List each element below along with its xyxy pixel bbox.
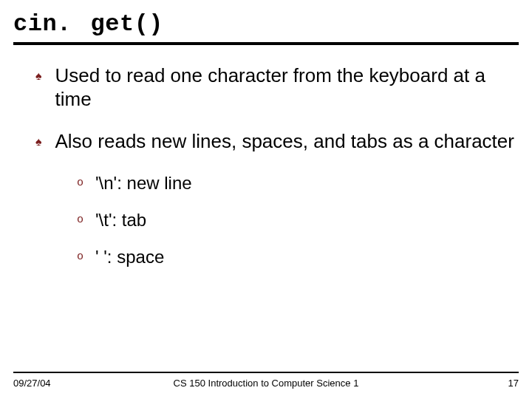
slide-title: cin. get() [13, 10, 519, 38]
spade-icon: ♠ [35, 130, 42, 154]
spade-icon: ♠ [35, 64, 42, 88]
footer: 09/27/04 CS 150 Introduction to Computer… [13, 372, 519, 389]
sub-bullet-item: o '\n': new line [77, 173, 516, 194]
sub-marker-icon: o [77, 210, 83, 231]
sub-bullet-item: o ' ': space [77, 247, 516, 267]
footer-divider [13, 372, 519, 373]
title-divider [13, 42, 519, 45]
sub-bullet-list: o '\n': new line o '\t': tab o ' ': spac… [35, 173, 516, 267]
sub-bullet-item: o '\t': tab [77, 210, 516, 231]
sub-bullet-text: ' ': space [95, 247, 164, 267]
footer-page-number: 17 [508, 378, 519, 389]
footer-row: 09/27/04 CS 150 Introduction to Computer… [13, 378, 519, 389]
bullet-item: ♠ Used to read one character from the ke… [35, 64, 516, 111]
bullet-text: Used to read one character from the keyb… [55, 64, 516, 111]
bullet-text: Also reads new lines, spaces, and tabs a… [55, 130, 514, 154]
footer-date: 09/27/04 [13, 378, 51, 389]
content-area: ♠ Used to read one character from the ke… [13, 64, 519, 267]
sub-bullet-text: '\t': tab [95, 210, 146, 231]
bullet-item: ♠ Also reads new lines, spaces, and tabs… [35, 130, 516, 154]
sub-marker-icon: o [77, 173, 83, 194]
slide: cin. get() ♠ Used to read one character … [0, 0, 532, 399]
sub-marker-icon: o [77, 247, 83, 267]
sub-bullet-text: '\n': new line [95, 173, 192, 194]
footer-course: CS 150 Introduction to Computer Science … [174, 378, 359, 389]
